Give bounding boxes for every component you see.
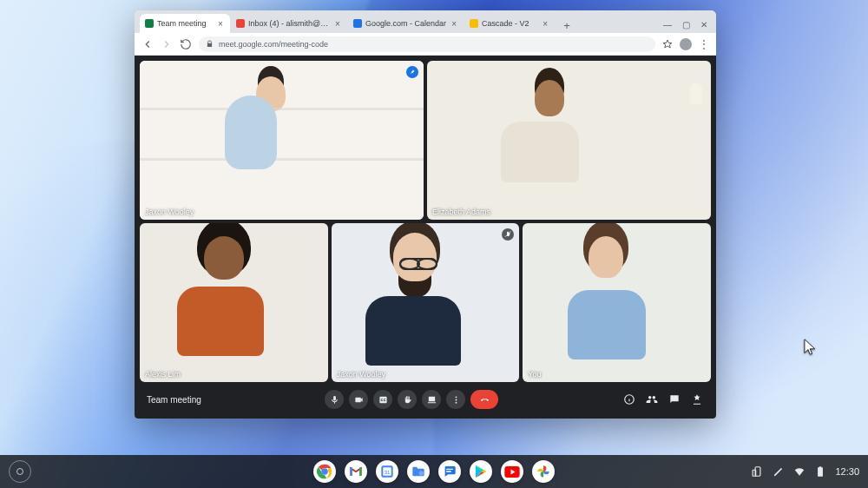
chromeos-shelf: 31 12:30 [0,455,868,488]
minimize-button[interactable]: — [663,20,672,30]
meeting-details-button[interactable] [622,392,636,406]
tab-close-icon[interactable]: × [541,19,549,28]
doc-favicon [470,19,478,28]
chrome-app-icon[interactable] [313,460,336,483]
svg-text:31: 31 [385,470,391,475]
video-tile[interactable]: Alexis Lim [140,223,328,382]
youtube-app-icon[interactable] [501,460,523,483]
photos-app-icon[interactable] [532,460,555,483]
video-tile[interactable]: You [523,223,711,382]
tab-cascade[interactable]: Cascade - V2 × [464,14,555,33]
forward-button[interactable] [161,38,173,50]
new-tab-button[interactable]: + [559,17,575,33]
bookmark-icon[interactable] [662,39,673,49]
meeting-name: Team meeting [147,395,201,405]
browser-window: Team meeting × Inbox (4) - alismith@gmai… [135,10,716,419]
window-controls: — ▢ ✕ [654,20,716,33]
tab-label: Team meeting [157,19,213,28]
video-grid: Jaxon Wooley Elizabeth Adams Alexis Lim … [140,61,711,382]
svg-rect-7 [350,467,352,475]
gmail-app-icon[interactable] [345,460,367,483]
video-tile[interactable]: Elizabeth Adams [427,61,711,220]
browser-toolbar: meet.google.com/meeting-code ⋮ [135,33,716,56]
leave-call-button[interactable] [470,390,498,409]
maximize-button[interactable]: ▢ [682,20,690,30]
video-tile[interactable]: Jaxon Wooley [332,223,520,382]
participant-name: Alexis Lim [145,370,181,379]
url-text: meet.google.com/meeting-code [219,40,328,49]
participant-name: Elizabeth Adams [432,208,490,216]
svg-point-12 [419,471,424,475]
wifi-icon [793,465,806,478]
gmail-favicon [236,19,245,28]
people-button[interactable] [645,392,659,406]
svg-rect-8 [359,467,362,475]
tab-label: Google.com - Calendar [365,19,446,28]
raise-hand-button[interactable] [398,390,417,409]
mic-toggle-button[interactable] [325,390,344,409]
back-button[interactable] [141,38,154,50]
lock-icon [206,40,214,48]
more-options-button[interactable] [446,390,465,409]
reload-button[interactable] [180,38,192,50]
files-app-icon[interactable] [407,460,430,483]
meet-app: Jaxon Wooley Elizabeth Adams Alexis Lim … [135,56,716,419]
meet-controls-bar: Team meeting [140,386,711,413]
tab-close-icon[interactable]: × [333,19,342,28]
video-tile[interactable]: Jaxon Wooley [140,61,424,220]
activities-button[interactable] [690,392,704,406]
tab-calendar[interactable]: Google.com - Calendar × [348,14,464,33]
tab-strip: Team meeting × Inbox (4) - alismith@gmai… [135,10,716,33]
svg-point-0 [455,396,457,398]
tab-close-icon[interactable]: × [216,19,225,28]
phone-hub-icon[interactable] [752,465,764,478]
status-tray[interactable]: 12:30 [752,465,859,478]
browser-menu-icon[interactable]: ⋮ [699,38,709,50]
calendar-favicon [353,19,362,28]
tab-label: Inbox (4) - alismith@gmail.com [248,19,330,28]
svg-rect-15 [753,470,757,476]
present-screen-button[interactable] [422,390,441,409]
participant-name: You [528,370,541,379]
messages-app-icon[interactable] [438,460,461,483]
mouse-cursor [804,339,818,358]
profile-avatar[interactable] [680,38,692,50]
participant-name: Jaxon Wooley [145,208,194,216]
close-window-button[interactable]: ✕ [700,20,707,30]
stylus-icon[interactable] [773,465,785,478]
tab-label: Cascade - V2 [482,19,537,28]
calendar-app-icon[interactable]: 31 [376,460,398,483]
chat-button[interactable] [667,392,681,406]
battery-icon [814,465,826,478]
launcher-button[interactable] [9,460,31,483]
svg-point-1 [455,399,457,400]
tab-close-icon[interactable]: × [450,19,458,28]
clock: 12:30 [835,466,859,477]
captions-button[interactable] [373,390,392,409]
shelf-apps: 31 [313,460,555,483]
meet-favicon [145,19,154,28]
participant-name: Jaxon Wooley [337,370,385,379]
camera-toggle-button[interactable] [349,390,368,409]
play-store-app-icon[interactable] [470,460,492,483]
pinned-icon [406,66,418,78]
tab-meet[interactable]: Team meeting × [140,14,230,33]
tab-gmail[interactable]: Inbox (4) - alismith@gmail.com × [231,14,347,33]
address-bar[interactable]: meet.google.com/meeting-code [199,36,655,52]
svg-point-2 [455,401,457,403]
